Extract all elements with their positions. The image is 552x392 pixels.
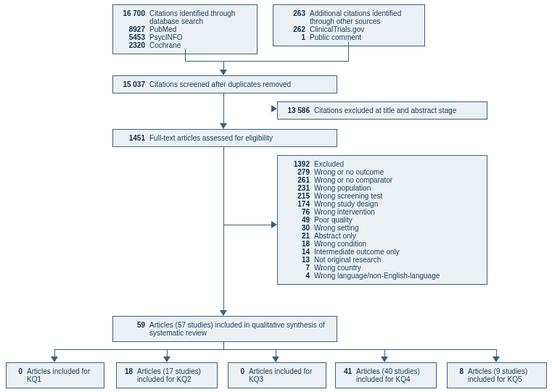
t-db-total: Citations identified through database se… — [149, 9, 251, 25]
excluded-item-t: Wrong country — [314, 264, 481, 272]
svg-marker-4 — [271, 221, 277, 228]
excluded-item-t: Not original research — [314, 256, 481, 264]
excluded-item-n: 279 — [284, 168, 314, 176]
svg-marker-8 — [381, 356, 388, 362]
n-psycinfo: 5453 — [119, 33, 149, 41]
excluded-item-n: 261 — [284, 176, 314, 184]
excluded-item: 21Abstract only — [284, 232, 481, 240]
svg-marker-5 — [51, 356, 58, 362]
excluded-item-t: Wrong or no comparator — [314, 176, 481, 184]
n-kq1: 0 — [12, 367, 27, 383]
connector — [185, 61, 349, 62]
excluded-item: 30Wrong setting — [284, 224, 481, 232]
t-screened: Citations screened after duplicates remo… — [149, 80, 331, 88]
n-kq3: 0 — [234, 367, 249, 383]
excluded-item-n: 30 — [284, 224, 314, 232]
excluded-item: 18Wrong condition — [284, 240, 481, 248]
t-kq5: Articles (9 studies) included for KQ5 — [468, 367, 540, 383]
n-db-total: 16 700 — [119, 9, 149, 25]
excluded-item-n: 49 — [284, 216, 314, 224]
excluded-item-t: Wrong study design — [314, 200, 481, 208]
excluded-item: 261Wrong or no comparator — [284, 176, 481, 184]
box-kq3: 0Articles included for KQ3 — [228, 362, 326, 388]
t-other-total: Additional citations identified through … — [310, 9, 419, 25]
excluded-item-n: 7 — [284, 264, 314, 272]
excluded-item-n: 18 — [284, 240, 314, 248]
arrow-down-icon — [493, 356, 500, 362]
excluded-item-n: 13 — [284, 256, 314, 264]
t-excl-ta: Citations excluded at title and abstract… — [314, 107, 481, 114]
box-kq4: 41Articles (40 studies) included for KQ4 — [335, 362, 437, 388]
excluded-item-n: 174 — [284, 200, 314, 208]
svg-marker-3 — [220, 310, 227, 316]
excluded-item-t: Wrong screening test — [314, 192, 481, 200]
n-kq5: 8 — [453, 367, 468, 383]
t-psycinfo: PsycINFO — [149, 33, 251, 41]
arrow-down-icon — [220, 310, 227, 316]
excluded-item-t: Wrong language/non-English-language — [314, 272, 481, 280]
n-pubmed: 8927 — [119, 25, 149, 33]
excluded-item: 174Wrong study design — [284, 200, 481, 208]
box-db-search: 16 700Citations identified through datab… — [112, 4, 258, 54]
n-screened: 15 037 — [119, 80, 149, 88]
box-excl-title-abs: 13 586Citations excluded at title and ab… — [277, 101, 487, 120]
excluded-item: 4Wrong language/non-English-language — [284, 272, 481, 280]
box-screened: 15 037Citations screened after duplicate… — [112, 75, 337, 93]
t-cochrane: Cochrane — [149, 41, 251, 49]
arrow-down-icon — [51, 356, 58, 362]
t-kq3: Articles included for KQ3 — [249, 367, 320, 383]
excluded-item-n: 231 — [284, 184, 314, 192]
excluded-item-t: Wrong setting — [314, 224, 481, 232]
excluded-item: 215Wrong screening test — [284, 192, 481, 200]
arrow-right-icon — [271, 221, 277, 228]
box-kq2: 18Articles (17 studies) included for KQ2 — [116, 362, 218, 388]
svg-marker-2 — [271, 105, 277, 112]
t-kq1: Articles included for KQ1 — [27, 367, 98, 383]
svg-marker-0 — [220, 70, 227, 75]
n-clinicaltrials: 262 — [279, 25, 310, 33]
t-included: Articles (57 studies) included in qualit… — [149, 321, 331, 337]
excluded-item-n: 215 — [284, 192, 314, 200]
n-included: 59 — [119, 321, 149, 337]
t-fulltext: Full-text articles assessed for eligibil… — [149, 134, 331, 142]
connector — [223, 93, 224, 125]
excluded-item-t: Poor quality — [314, 216, 481, 224]
connector — [223, 342, 224, 349]
excluded-item-t: Intermediate outcome only — [314, 248, 481, 256]
box-fulltext: 1451Full-text articles assessed for elig… — [112, 129, 337, 147]
svg-marker-9 — [493, 356, 500, 362]
box-kq5: 8Articles (9 studies) included for KQ5 — [447, 362, 547, 388]
svg-marker-6 — [163, 356, 170, 362]
excluded-item-t: Wrong condition — [314, 240, 481, 248]
excluded-item: 14Intermediate outcome only — [284, 248, 481, 256]
n-cochrane: 2320 — [119, 41, 149, 49]
t-public-comment: Public comment — [310, 33, 419, 41]
t-clinicaltrials: ClinicalTrials.gov — [310, 25, 419, 33]
t-pubmed: PubMed — [149, 25, 251, 33]
arrow-down-icon — [220, 70, 227, 75]
excluded-item: 13Not original research — [284, 256, 481, 264]
excluded-item: 231Wrong population — [284, 184, 481, 192]
excluded-item-n: 14 — [284, 248, 314, 256]
arrow-down-icon — [272, 356, 279, 362]
excluded-item: 7Wrong country — [284, 264, 481, 272]
arrow-right-icon — [271, 105, 277, 112]
excluded-item-t: Wrong intervention — [314, 208, 481, 216]
excluded-item-t: Wrong population — [314, 184, 481, 192]
n-public-comment: 1 — [279, 33, 310, 41]
excluded-item-n: 4 — [284, 272, 314, 280]
t-kq4: Articles (40 studies) included for KQ4 — [356, 367, 430, 383]
n-fulltext: 1451 — [119, 134, 149, 142]
excluded-item: 49Poor quality — [284, 216, 481, 224]
arrow-down-icon — [163, 356, 170, 362]
arrow-down-icon — [381, 356, 388, 362]
t-excl-total: Excluded — [314, 160, 481, 168]
excluded-item-t: Abstract only — [314, 232, 481, 240]
box-kq1: 0Articles included for KQ1 — [6, 362, 104, 388]
excluded-item-n: 21 — [284, 232, 314, 240]
n-kq4: 41 — [342, 367, 356, 383]
n-kq2: 18 — [123, 367, 137, 383]
connector — [223, 225, 273, 225]
connector — [185, 49, 186, 61]
connector — [223, 146, 224, 312]
